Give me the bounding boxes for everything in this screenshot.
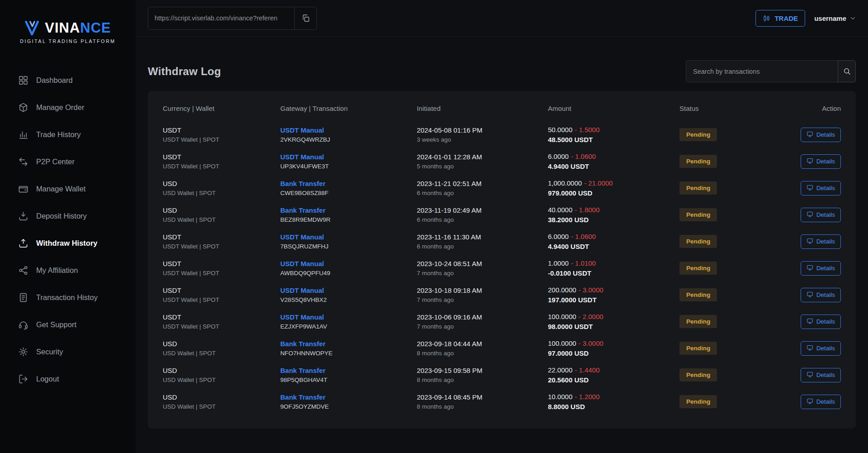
sidebar-item-label: Withdraw History: [36, 239, 98, 248]
details-button[interactable]: Details: [801, 288, 841, 302]
row-amount: 200.0000: [548, 286, 576, 294]
status-badge: Pending: [679, 208, 717, 221]
support-icon: [18, 319, 28, 330]
brand: VINANCE DIGITAL TRADING PLATFORM: [0, 0, 136, 44]
row-amount: 1,000.0000: [548, 179, 582, 187]
column-header-currency-wallet: Currency | Wallet: [163, 105, 280, 112]
row-fee: - 1.8000: [575, 206, 599, 214]
details-button[interactable]: Details: [801, 261, 841, 276]
row-gateway: Bank Transfer: [280, 393, 417, 401]
sidebar-item-withdraw-history[interactable]: Withdraw History: [0, 229, 136, 257]
sidebar: VINANCE DIGITAL TRADING PLATFORM Dashboa…: [0, 0, 136, 453]
row-gateway: Bank Transfer: [280, 339, 417, 348]
sidebar-item-p2p-center[interactable]: P2P Center: [0, 148, 136, 175]
status-badge: Pending: [679, 235, 717, 248]
sidebar-item-trade-history[interactable]: Trade History: [0, 121, 136, 148]
sidebar-item-my-affiliation[interactable]: My Affiliation: [0, 257, 136, 284]
row-amount: 50.0000: [548, 126, 572, 134]
brand-tagline: DIGITAL TRADING PLATFORM: [20, 38, 115, 44]
monitor-icon: [807, 131, 813, 139]
sidebar-item-manage-order[interactable]: Manage Order: [0, 94, 136, 121]
status-badge: Pending: [679, 262, 717, 275]
row-currency: USD: [163, 179, 280, 188]
row-relative-time: 8 months ago: [417, 349, 548, 357]
row-gateway: Bank Transfer: [280, 179, 417, 188]
monitor-icon: [807, 238, 813, 246]
row-wallet: USD Wallet | SPOT: [163, 216, 280, 224]
row-relative-time: 6 months ago: [417, 216, 548, 224]
status-badge: Pending: [679, 128, 717, 141]
sidebar-item-security[interactable]: Security: [0, 338, 136, 365]
sidebar-item-logout[interactable]: Logout: [0, 365, 136, 392]
row-gateway: Bank Transfer: [280, 206, 417, 215]
details-button[interactable]: Details: [801, 234, 841, 249]
row-wallet: USDT Wallet | SPOT: [163, 243, 280, 250]
row-relative-time: 7 months ago: [417, 269, 548, 277]
row-fee: - 1.0600: [571, 233, 596, 240]
row-currency: USDT: [163, 233, 280, 241]
manage-order-icon: [18, 102, 28, 113]
row-amount: 40.0000: [548, 206, 572, 214]
topbar: TRADE username: [136, 0, 868, 37]
transaction-history-icon: [18, 292, 28, 303]
monitor-icon: [807, 264, 813, 272]
user-menu[interactable]: username: [814, 14, 856, 22]
monitor-icon: [807, 398, 813, 406]
security-icon: [18, 347, 28, 357]
sidebar-item-label: Manage Wallet: [36, 185, 85, 193]
copy-icon: [302, 14, 310, 23]
sidebar-item-label: My Affiliation: [36, 266, 78, 275]
row-currency: USDT: [163, 126, 280, 134]
manage-wallet-icon: [18, 184, 28, 194]
status-badge: Pending: [679, 288, 717, 301]
details-button[interactable]: Details: [801, 341, 841, 356]
row-fee: - 1.5000: [575, 126, 599, 134]
copy-button[interactable]: [294, 7, 316, 29]
table-row: USDTUSDT Wallet | SPOTUSDT ManualV28S5Q8…: [163, 281, 841, 308]
candlestick-icon: [763, 14, 770, 22]
sidebar-item-deposit-history[interactable]: Deposit History: [0, 202, 136, 229]
row-gateway: USDT Manual: [280, 153, 417, 161]
row-amount: 100.0000: [548, 339, 576, 347]
search-bar: [686, 60, 856, 82]
row-transaction-id: AWBDQ9QPFU49: [280, 269, 417, 277]
sidebar-item-transaction-histoy[interactable]: Transaction Histoy: [0, 284, 136, 311]
column-header-gateway-transaction: Gateway | Transaction: [280, 105, 417, 112]
details-button[interactable]: Details: [801, 208, 841, 222]
row-wallet: USDT Wallet | SPOT: [163, 323, 280, 330]
table-row: USDUSD Wallet | SPOTBank TransferCWE9BO8…: [163, 175, 841, 201]
row-amount: 1.0000: [548, 259, 569, 267]
sidebar-item-manage-wallet[interactable]: Manage Wallet: [0, 175, 136, 202]
sidebar-item-label: Security: [36, 348, 63, 356]
details-button[interactable]: Details: [801, 368, 841, 382]
monitor-icon: [807, 318, 813, 326]
row-initiated-date: 2024-01-01 12:28 AM: [417, 153, 548, 161]
row-fee: - 21.0000: [584, 179, 613, 187]
row-transaction-id: NFO7HNNWOPYE: [280, 349, 417, 357]
details-button[interactable]: Details: [801, 154, 841, 169]
status-badge: Pending: [679, 342, 717, 355]
details-button[interactable]: Details: [801, 315, 841, 329]
row-currency: USDT: [163, 313, 280, 321]
status-badge: Pending: [679, 368, 717, 381]
table-row: USDTUSDT Wallet | SPOTUSDT ManualAWBDQ9Q…: [163, 255, 841, 281]
trade-button[interactable]: TRADE: [755, 10, 805, 27]
username-label: username: [814, 14, 846, 22]
sidebar-item-dashboard[interactable]: Dashboard: [0, 67, 136, 94]
sidebar-item-get-support[interactable]: Get Support: [0, 311, 136, 338]
row-wallet: USDT Wallet | SPOT: [163, 136, 280, 143]
column-header-status: Status: [679, 105, 781, 112]
withdraw-history-icon: [18, 238, 28, 248]
details-button[interactable]: Details: [801, 128, 841, 142]
row-relative-time: 5 months ago: [417, 162, 548, 170]
search-button[interactable]: [838, 60, 856, 82]
referral-url-input[interactable]: [148, 7, 294, 29]
row-initiated-date: 2023-10-24 08:51 AM: [417, 259, 548, 268]
details-button[interactable]: Details: [801, 181, 841, 196]
search-icon: [843, 67, 851, 75]
row-gateway: USDT Manual: [280, 259, 417, 268]
search-input[interactable]: [686, 60, 838, 82]
details-button[interactable]: Details: [801, 395, 841, 409]
monitor-icon: [807, 157, 813, 166]
monitor-icon: [807, 371, 813, 379]
